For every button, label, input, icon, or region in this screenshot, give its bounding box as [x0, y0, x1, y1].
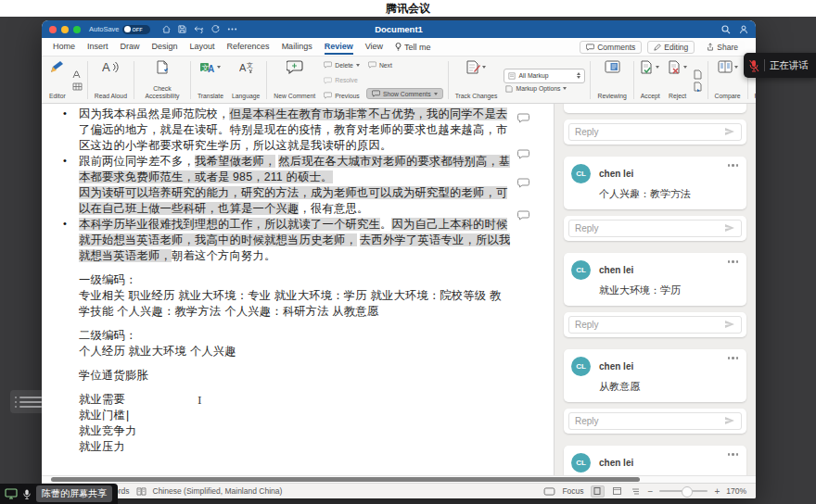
reject-change-button[interactable]: Reject: [667, 59, 689, 101]
language-status[interactable]: Chinese (Simplified, Mainland China): [153, 486, 283, 496]
document-canvas[interactable]: •因为我本科虽然是师范院校，但是本科生在教育市场非常不占优势，我的同学不是去了偏…: [42, 104, 554, 475]
ribbon-tab-view[interactable]: View: [365, 39, 383, 55]
zoom-percentage[interactable]: 170%: [726, 486, 746, 496]
markup-options-button[interactable]: Markup Options: [504, 85, 585, 93]
comment-card[interactable]: CLchen lei就业大环境：学历: [564, 253, 746, 306]
reply-input[interactable]: Reply: [568, 220, 742, 237]
new-comment-button[interactable]: New Comment: [272, 59, 317, 101]
document-line[interactable]: 个人经历 就业大环境 个人兴趣: [79, 344, 554, 359]
editing-mode-button[interactable]: Editing: [647, 41, 695, 54]
document-line[interactable]: 本都要求免费师范生，或者是 985，211 的硕士。: [79, 170, 554, 185]
language-button[interactable]: A文 Language: [230, 59, 261, 101]
document-line[interactable]: •因为我本科虽然是师范院校，但是本科生在教育市场非常不占优势，我的同学不是去: [79, 107, 554, 122]
screen-icon[interactable]: [5, 488, 18, 499]
document-line[interactable]: 学技能 个人兴趣：教学方法 个人兴趣：科研方法 从教意愿: [79, 304, 554, 320]
document-line[interactable]: 就想当英语老师，朝着这个方向努力。: [79, 248, 554, 264]
zoom-out-button[interactable]: −: [648, 486, 654, 497]
comment-card[interactable]: CLchen lei从教意愿: [564, 349, 746, 402]
margin-comment-icon[interactable]: [517, 110, 529, 127]
focus-label[interactable]: Focus: [562, 486, 583, 496]
ribbon-tab-design[interactable]: Design: [152, 39, 178, 55]
mic-icon[interactable]: [22, 488, 32, 500]
send-reply-icon[interactable]: [724, 320, 735, 331]
ribbon-tab-references[interactable]: References: [227, 39, 270, 55]
comments-button[interactable]: Comments: [580, 41, 642, 54]
tell-me-button[interactable]: Tell me: [395, 43, 431, 52]
next-change-icon[interactable]: [694, 82, 703, 92]
comment-more-options-icon[interactable]: [728, 164, 739, 167]
share-button[interactable]: Share: [700, 41, 745, 54]
document-line[interactable]: 区这边的小学都要求研究生学历，所以这就是我读研的原因。: [79, 138, 554, 154]
grid-tool-icon[interactable]: [72, 82, 83, 91]
margin-comment-icon[interactable]: [517, 146, 529, 163]
margin-comment-icon[interactable]: [517, 208, 529, 224]
reviewing-pane-button[interactable]: Reviewing: [595, 59, 628, 101]
comment-card[interactable]: CLchen lei个人兴趣：教学方法: [564, 157, 746, 209]
document-line[interactable]: 就业压力: [79, 439, 554, 455]
horizontal-scrollbar[interactable]: [42, 475, 756, 483]
reply-input[interactable]: Reply: [568, 123, 742, 141]
more-icon[interactable]: [227, 28, 237, 31]
comment-card[interactable]: CLchen lei就业大环境：学历: [564, 446, 746, 475]
previous-comment-button[interactable]: Previous: [322, 92, 362, 99]
ribbon-tab-mailings[interactable]: Mailings: [282, 39, 312, 55]
save-icon[interactable]: [178, 25, 186, 33]
delete-comment-button[interactable]: Delete: [322, 61, 362, 69]
ribbon-tab-insert[interactable]: Insert: [87, 39, 108, 55]
show-comments-button[interactable]: Show Comments: [366, 88, 443, 99]
home-icon[interactable]: [162, 25, 171, 33]
document-line[interactable]: 专业相关 职业经历 就业大环境：专业 就业大环境：学历 就业大环境：院校等级 教: [79, 288, 554, 304]
markup-view-select[interactable]: All Markup: [504, 69, 585, 83]
document-line[interactable]: 就业竞争力: [79, 423, 554, 439]
print-layout-view-button[interactable]: [591, 485, 605, 498]
zoom-slider[interactable]: [659, 490, 708, 492]
zoom-window-button[interactable]: [73, 26, 81, 33]
zoom-in-button[interactable]: +: [714, 486, 720, 497]
document-line[interactable]: 二级编码：: [79, 328, 554, 344]
web-layout-view-button[interactable]: [611, 486, 623, 497]
check-accessibility-button[interactable]: Check Accessibility: [139, 59, 185, 101]
reply-input[interactable]: Reply: [568, 412, 742, 430]
meeting-list-icon[interactable]: [10, 390, 46, 413]
close-window-button[interactable]: [49, 26, 57, 33]
compare-button[interactable]: Compare: [713, 59, 743, 101]
previous-change-icon[interactable]: [694, 69, 703, 80]
send-reply-icon[interactable]: [724, 416, 735, 427]
undo-icon[interactable]: [194, 25, 204, 33]
proofing-status-icon[interactable]: [136, 487, 147, 496]
document-line[interactable]: 就业门槛|: [79, 408, 554, 423]
comment-more-options-icon[interactable]: [728, 453, 739, 456]
comment-more-options-icon[interactable]: [728, 357, 739, 359]
document-line[interactable]: 因为读研可以培养研究的能力，研究的方法，成为老师也可以成为研究型的老师，可: [79, 185, 554, 201]
ribbon-tab-home[interactable]: Home: [53, 39, 75, 55]
redo-icon[interactable]: [211, 25, 220, 33]
ribbon-tab-layout[interactable]: Layout: [190, 39, 215, 55]
zoom-slider-knob[interactable]: [682, 486, 693, 498]
resolve-comment-button[interactable]: Resolve: [322, 77, 362, 84]
document-line[interactable]: 学位通货膨胀: [79, 368, 554, 384]
share-user-icon[interactable]: [739, 25, 748, 34]
style-tool-icon[interactable]: [72, 70, 83, 79]
document-line[interactable]: 以在自己班上做一些科研，也算是一个兴趣，很有意思。: [79, 201, 554, 217]
comment-more-options-icon[interactable]: [728, 260, 739, 263]
minimize-window-button[interactable]: [61, 26, 69, 33]
ribbon-tab-draw[interactable]: Draw: [121, 39, 140, 55]
read-aloud-button[interactable]: A Read Aloud: [93, 59, 129, 101]
autosave-toggle[interactable]: AutoSave OFF: [89, 25, 150, 34]
outline-view-button[interactable]: [630, 486, 642, 497]
document-line[interactable]: •跟前两位同学差不多，我希望做老师，然后现在各大城市对老师的要求都特别高，基: [79, 154, 554, 170]
document-line[interactable]: 了偏远的地方，就是在读研。特别是现在的疫情，教育对老师的要求也越来越高，市: [79, 122, 554, 138]
document-line[interactable]: •本科学历毕业很难找到理想的工作，所以就读了一个研究生。因为自己上本科的时候: [79, 217, 554, 233]
translate-button[interactable]: 文A Translate: [196, 59, 225, 101]
search-icon[interactable]: [721, 25, 731, 34]
comment-card-clipped[interactable]: [564, 104, 746, 113]
margin-comment-icon[interactable]: [517, 175, 529, 192]
track-changes-button[interactable]: Track Changes: [453, 59, 500, 101]
next-comment-button[interactable]: Next: [366, 61, 443, 69]
send-reply-icon[interactable]: [724, 223, 735, 234]
ribbon-tab-review[interactable]: Review: [325, 39, 353, 55]
document-line[interactable]: 就业需要I: [79, 392, 554, 408]
editor-button[interactable]: Editor: [47, 59, 68, 101]
horizontal-scrollbar-thumb[interactable]: [51, 477, 640, 482]
accept-change-button[interactable]: Accept: [639, 59, 662, 101]
